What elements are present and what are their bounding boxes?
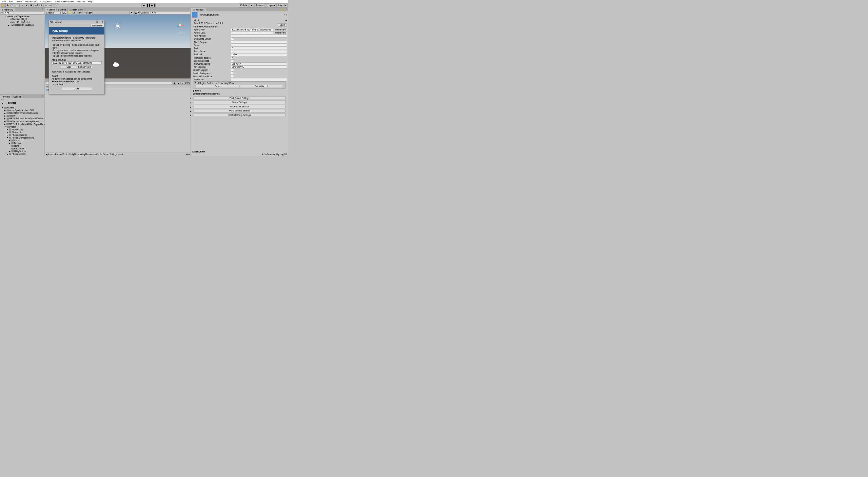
ext-section-button[interactable]: ▶World Bounds Settings xyxy=(194,109,285,112)
main-menu-button[interactable]: Main Menu xyxy=(90,24,104,27)
assets-folder[interactable]: ▼ Assets xyxy=(0,106,45,109)
create-dropdown[interactable]: + ▾ xyxy=(1,99,4,101)
scale-tool[interactable]: ⛶ xyxy=(15,3,20,7)
rotate-tool[interactable]: ↻ xyxy=(10,3,15,7)
folder-item[interactable]: ▶ PhotonChat xyxy=(0,128,45,131)
menu-help[interactable]: Help xyxy=(86,0,94,3)
rect-tool[interactable]: ▭ xyxy=(20,3,24,7)
hidden-icon[interactable]: 👁15 xyxy=(184,82,190,85)
layout-dropdown[interactable]: Layout ▾ xyxy=(277,3,287,7)
checkbox[interactable] xyxy=(231,59,234,62)
layers-dropdown[interactable]: Layers ▾ xyxy=(266,3,276,7)
folder-item[interactable]: ▶ AzureSpatialAnchors.SDK xyxy=(0,109,45,112)
play-button[interactable]: ▶ xyxy=(141,3,146,7)
collab-dropdown[interactable]: Collab ▾ xyxy=(239,3,249,7)
field[interactable] xyxy=(231,41,287,44)
menu-assets[interactable]: Assets xyxy=(14,0,24,3)
appid-input[interactable] xyxy=(52,61,101,64)
folder-item[interactable]: ▶ Code xyxy=(0,139,45,142)
help-icon[interactable]: ❔ ⋮ ⁝ xyxy=(280,14,287,16)
hierarchy-item[interactable]: ▫ Directional Light xyxy=(0,18,45,21)
account-dropdown[interactable]: Account ▾ xyxy=(254,3,266,7)
orientation-gizmo[interactable] xyxy=(175,20,185,30)
dock-icon[interactable]: ⊡ xyxy=(95,21,98,23)
slider-icon[interactable]: ━●━ xyxy=(186,153,190,156)
menu-window[interactable]: Window xyxy=(76,0,86,3)
folder-item[interactable]: ▶ PhotonRealtime xyxy=(0,133,45,136)
skip-button[interactable]: Skip xyxy=(61,65,76,68)
checkbox[interactable]: ✓ xyxy=(231,56,234,59)
field[interactable]: Udp xyxy=(231,53,287,56)
dashboard-button[interactable]: Dashboard xyxy=(274,28,287,31)
menu-component[interactable]: Component xyxy=(39,0,53,3)
menu-edit[interactable]: Edit xyxy=(7,0,14,3)
inspector-tab[interactable]: ⓘ Inspector xyxy=(191,8,206,11)
cloud-button[interactable]: ☁ xyxy=(249,3,254,7)
folder-item[interactable]: ▼ PhotonUnityNetworking xyxy=(0,137,45,139)
checkbox[interactable]: ✓ xyxy=(231,38,234,40)
pivot-toggle[interactable]: ⊕Pivot xyxy=(34,3,43,7)
reset-button[interactable]: Reset xyxy=(196,85,239,88)
hierarchy-item[interactable]: ▶▫ MixedRealityPlayspace xyxy=(0,24,45,27)
pause-button[interactable]: ❚❚ xyxy=(146,3,151,7)
light-gizmo-icon[interactable] xyxy=(115,23,120,28)
folder-item[interactable]: ▶ MRTK.Tutorials.AzureSpatialAnchors xyxy=(0,117,45,120)
folder-item[interactable]: ▶ PhotonUtilities xyxy=(0,153,45,155)
hierarchy-search[interactable]: ᵒ All xyxy=(4,12,44,14)
step-button[interactable]: ▶❚ xyxy=(151,3,156,7)
open-button[interactable]: Open xyxy=(278,23,287,26)
checkbox[interactable]: ✓ xyxy=(231,72,234,75)
shading-dropdown[interactable]: Shaded▾ xyxy=(45,11,62,14)
field[interactable] xyxy=(231,34,287,37)
field[interactable]: 0 xyxy=(231,47,287,50)
hierarchy-tab[interactable]: ≡ Hierarchy xyxy=(0,8,15,11)
maximize-icon[interactable]: □ xyxy=(98,21,101,23)
whitelist-button[interactable]: Edit WhiteList xyxy=(240,85,283,88)
snap-tool[interactable]: ⋮⋮ xyxy=(54,3,58,7)
menu-mrtk[interactable]: Mixed Reality Toolkit xyxy=(53,0,76,3)
folder-item[interactable]: ▶ MRTK xyxy=(0,115,45,117)
folder-item[interactable]: ▶ Demos xyxy=(0,142,45,145)
checkbox[interactable] xyxy=(231,75,234,78)
ext-section-button[interactable]: ▶Contact Group Settings xyxy=(194,113,285,117)
gizmos-dropdown[interactable]: Gizmos ▾ xyxy=(139,11,150,14)
playspace-gizmo-icon[interactable] xyxy=(113,63,119,66)
folder-item[interactable]: ▶ PhotonLibs xyxy=(0,131,45,133)
move-tool[interactable]: ✥ xyxy=(5,3,10,7)
server-settings-header[interactable]: Server/Cloud Settings xyxy=(195,25,218,28)
close-button[interactable]: Close xyxy=(61,87,92,90)
menu-file[interactable]: File xyxy=(1,0,7,3)
console-tab[interactable]: Console xyxy=(12,95,23,98)
folder-item[interactable]: Icons xyxy=(0,145,45,147)
favorites-folder[interactable]: ▶★ Favorites xyxy=(0,102,45,104)
field[interactable] xyxy=(231,50,287,53)
hierarchy-item[interactable]: ▼▫ MultiUserCapabilities xyxy=(0,15,45,18)
local-toggle[interactable]: ⊞Local xyxy=(43,3,53,7)
favorite-icon[interactable]: ● xyxy=(177,82,180,85)
field[interactable] xyxy=(231,31,274,34)
custom-tool[interactable]: ✖ xyxy=(29,3,34,7)
checkbox[interactable] xyxy=(231,69,234,71)
dashboard-button[interactable]: Dashboard xyxy=(274,31,287,34)
ext-section-button[interactable]: ▶Tick Engine Settings xyxy=(194,105,285,108)
project-tab[interactable]: ▪ Project xyxy=(0,95,12,98)
close-icon[interactable]: ✕ xyxy=(101,21,103,23)
ext-section-button[interactable]: ▶Pack Object Settings xyxy=(194,96,285,100)
folder-item[interactable]: ▼ Photon xyxy=(0,125,45,128)
setup-project-button[interactable]: Setup Project xyxy=(77,65,92,68)
field[interactable]: a232efc2-0c7e-4334-96f9-91a465f4b808 xyxy=(231,28,274,31)
folder-item[interactable]: ▶ MRTK.Tutorials.GettingStarted xyxy=(0,120,45,123)
hierarchy-item[interactable]: ▫ MixedRealityToolkit xyxy=(0,21,45,24)
ext-section-button[interactable]: ▶Mount Settings xyxy=(194,101,285,104)
filter-icon[interactable]: ◆ xyxy=(173,82,176,85)
perspective-label[interactable]: ≡ Persp xyxy=(178,32,185,34)
folder-item[interactable]: ▶ UtilityScripts xyxy=(0,150,45,153)
rpcs-header[interactable]: RPCs xyxy=(195,90,201,92)
folder-item[interactable]: ▶ MixedRealityToolkit.Generated xyxy=(0,112,45,115)
field[interactable]: ERROR xyxy=(231,62,287,65)
pun-logging-dropdown[interactable]: Errors Only xyxy=(231,65,287,68)
menu-gameobject[interactable]: GameObject xyxy=(24,0,39,3)
field[interactable] xyxy=(231,78,287,81)
transform-tool[interactable]: ✦ xyxy=(24,3,29,7)
folder-item[interactable]: ▶ MRTK.Tutorials.MultiUserCapabilities xyxy=(0,123,45,125)
